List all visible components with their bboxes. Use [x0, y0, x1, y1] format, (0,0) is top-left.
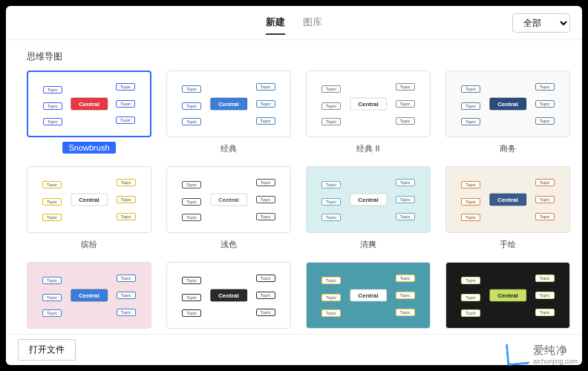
topic-node: Topic — [461, 102, 480, 110]
topic-node: Topic — [396, 179, 415, 186]
template-thumbnail: CentralTopicTopicTopicTopicTopicTopic — [445, 262, 570, 329]
topic-node: Topic — [461, 118, 480, 125]
topic-node: Topic — [117, 196, 136, 203]
topic-node: Topic — [256, 179, 275, 186]
template-thumbnail: CentralTopicTopicTopicTopicTopicTopic — [27, 70, 151, 137]
topic-node: Topic — [321, 102, 341, 110]
template-label: 经典 II — [350, 142, 385, 156]
central-node: Central — [210, 289, 247, 302]
topic-node: Topic — [42, 294, 62, 301]
template-card[interactable]: CentralTopicTopicTopicTopicTopicTopic派对 — [27, 262, 151, 334]
topic-node: Topic — [43, 118, 62, 125]
central-node: Central — [210, 98, 247, 111]
topic-node: Topic — [461, 85, 480, 93]
template-thumbnail: CentralTopicTopicTopicTopicTopicTopic — [27, 166, 151, 233]
topic-node: Topic — [256, 100, 275, 108]
topic-node: Topic — [256, 83, 275, 91]
topic-node: Topic — [321, 181, 341, 188]
template-grid: CentralTopicTopicTopicTopicTopicTopicSno… — [27, 70, 561, 334]
topic-node: Topic — [535, 179, 555, 186]
central-node: Central — [71, 98, 108, 111]
topic-node: Topic — [42, 198, 62, 206]
template-label: 清爽 — [354, 237, 382, 252]
topic-node: Topic — [256, 275, 275, 282]
topic-node: Topic — [396, 83, 415, 91]
template-thumbnail: CentralTopicTopicTopicTopicTopicTopic — [306, 70, 431, 137]
topic-node: Topic — [182, 309, 201, 317]
topic-node: Topic — [396, 100, 415, 108]
template-card[interactable]: CentralTopicTopicTopicTopicTopicTopic经典 — [166, 70, 291, 156]
tab-new[interactable]: 新建 — [266, 11, 285, 35]
template-card[interactable]: CentralTopicTopicTopicTopicTopicTopic正式 — [166, 262, 291, 334]
topic-node: Topic — [535, 100, 555, 108]
template-thumbnail: CentralTopicTopicTopicTopicTopicTopic — [306, 166, 431, 233]
topic-node: Topic — [396, 117, 415, 125]
template-thumbnail: CentralTopicTopicTopicTopicTopicTopic — [166, 262, 291, 329]
filter-select[interactable]: 全部 — [512, 13, 570, 33]
central-node: Central — [350, 194, 387, 206]
header: 新建 图库 全部 — [6, 6, 582, 40]
central-node: Central — [71, 194, 108, 206]
topic-node: Topic — [461, 198, 480, 206]
template-card[interactable]: CentralTopicTopicTopicTopicTopicTopic经典 … — [306, 70, 431, 156]
topic-node: Topic — [461, 294, 480, 301]
template-card[interactable]: CentralTopicTopicTopicTopicTopicTopic海洋 — [306, 262, 431, 334]
topic-node: Topic — [321, 214, 341, 221]
topic-node: Topic — [256, 117, 275, 125]
template-card[interactable]: CentralTopicTopicTopicTopicTopicTopic浓卡 — [445, 262, 570, 334]
topic-node: Topic — [321, 277, 341, 284]
topic-node: Topic — [461, 181, 480, 188]
topic-node: Topic — [321, 118, 341, 125]
topic-node: Topic — [117, 213, 136, 220]
topic-node: Topic — [461, 277, 480, 284]
central-node: Central — [489, 289, 526, 302]
topic-node: Topic — [396, 275, 415, 282]
template-card[interactable]: CentralTopicTopicTopicTopicTopicTopic手绘 — [445, 166, 570, 252]
topic-node: Topic — [396, 292, 415, 299]
template-card[interactable]: CentralTopicTopicTopicTopicTopicTopic清爽 — [306, 166, 431, 252]
template-card[interactable]: CentralTopicTopicTopicTopicTopicTopicSno… — [27, 70, 151, 156]
template-label: Snowbrush — [62, 142, 115, 154]
template-thumbnail: CentralTopicTopicTopicTopicTopicTopic — [445, 70, 570, 137]
topic-node: Topic — [461, 309, 480, 317]
template-thumbnail: CentralTopicTopicTopicTopicTopicTopic — [166, 166, 291, 233]
template-label: 商务 — [494, 142, 522, 156]
filter-dropdown[interactable]: 全部 — [512, 13, 570, 33]
central-node: Central — [350, 289, 387, 302]
template-card[interactable]: CentralTopicTopicTopicTopicTopicTopic缤纷 — [27, 166, 151, 252]
topic-node: Topic — [321, 198, 341, 206]
topic-node: Topic — [182, 181, 201, 188]
topic-node: Topic — [116, 100, 135, 108]
central-node: Central — [489, 194, 526, 206]
topic-node: Topic — [182, 294, 201, 301]
topic-node: Topic — [321, 85, 341, 93]
template-card[interactable]: CentralTopicTopicTopicTopicTopicTopic浅色 — [166, 166, 291, 252]
topic-node: Topic — [182, 198, 201, 206]
topic-node: Topic — [535, 117, 555, 125]
open-file-button[interactable]: 打开文件 — [18, 339, 76, 361]
central-node: Central — [350, 98, 387, 111]
topic-node: Topic — [396, 213, 415, 220]
content-area: 思维导图 CentralTopicTopicTopicTopicTopicTop… — [6, 40, 582, 334]
topic-node: Topic — [535, 83, 555, 91]
template-label: 浅色 — [215, 237, 243, 252]
topic-node: Topic — [321, 309, 341, 317]
topic-node: Topic — [42, 181, 62, 188]
template-thumbnail: CentralTopicTopicTopicTopicTopicTopic — [166, 70, 291, 137]
template-label: 缤纷 — [75, 237, 103, 252]
topic-node: Topic — [535, 275, 555, 282]
topic-node: Topic — [43, 102, 62, 110]
topic-node: Topic — [256, 309, 275, 316]
topic-node: Topic — [117, 275, 136, 282]
template-label: 手绘 — [494, 237, 522, 252]
tab-gallery[interactable]: 图库 — [303, 11, 322, 35]
topic-node: Topic — [535, 292, 555, 299]
topic-node: Topic — [116, 83, 135, 91]
topic-node: Topic — [117, 179, 136, 186]
template-card[interactable]: CentralTopicTopicTopicTopicTopicTopic商务 — [445, 70, 570, 156]
topic-node: Topic — [256, 196, 275, 203]
central-node: Central — [71, 289, 108, 302]
topic-node: Topic — [256, 292, 275, 299]
app-window: 新建 图库 全部 思维导图 CentralTopicTopicTopicTopi… — [6, 6, 582, 365]
topic-node: Topic — [535, 196, 555, 203]
